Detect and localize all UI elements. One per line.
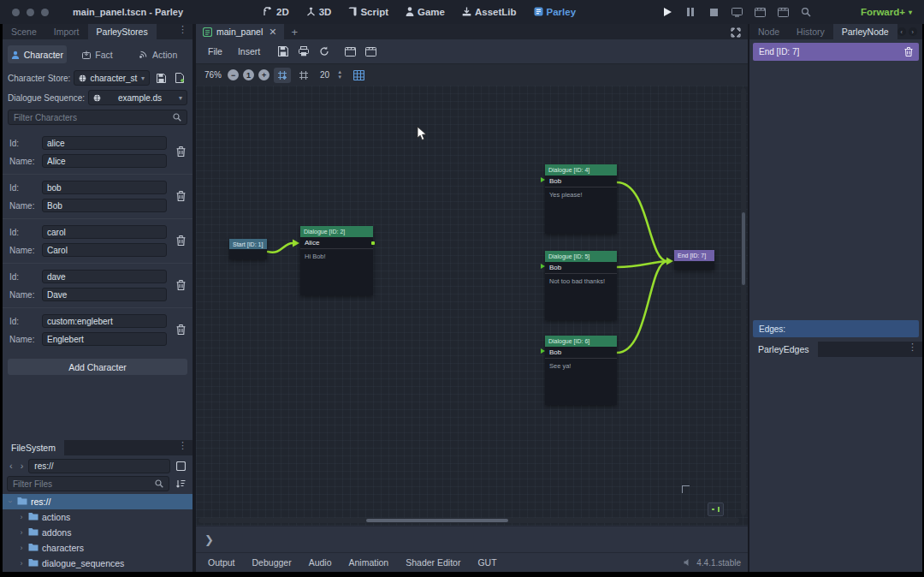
graph-node-start[interactable]: Start [ID: 1] <box>229 239 267 259</box>
bottom-tab-audio[interactable]: Audio <box>300 557 341 568</box>
character-name-input[interactable] <box>42 243 167 257</box>
expand-panel-icon[interactable] <box>731 26 741 37</box>
history-back-icon[interactable]: ‹ <box>7 461 15 471</box>
delete-node-icon[interactable] <box>904 47 913 57</box>
snap-toggle-icon[interactable] <box>274 68 291 83</box>
node-header[interactable]: Start [ID: 1] <box>229 239 267 249</box>
renderer-selector[interactable]: Forward+ ▾ <box>861 0 912 24</box>
grid-size-spinner[interactable]: ▲▼ <box>337 70 342 80</box>
context-button-script[interactable]: Script <box>341 3 395 21</box>
bottom-tab-shader-editor[interactable]: Shader Editor <box>397 557 469 568</box>
graph-node-dialogue-6[interactable]: Dialogue [ID: 6]BobSee ya! <box>545 336 617 405</box>
vertical-scrollbar[interactable] <box>741 88 746 515</box>
movie-maker-icon[interactable] <box>799 5 813 19</box>
tab-action[interactable]: Action <box>128 45 187 63</box>
character-name-input[interactable] <box>42 332 167 346</box>
graph-minimap[interactable] <box>708 503 724 516</box>
remote-window-icon[interactable] <box>730 5 743 19</box>
audio-mute-icon[interactable] <box>684 558 692 567</box>
tab-parleystores[interactable]: ParleyStores <box>88 24 157 39</box>
sort-icon[interactable] <box>173 476 188 491</box>
tab-fact[interactable]: Fact <box>68 45 127 63</box>
tab-main-panel[interactable]: main_panel ✕ <box>196 24 284 39</box>
bottom-tab-debugger[interactable]: Debugger <box>244 557 300 568</box>
tree-item-characters[interactable]: ›characters <box>3 540 192 556</box>
minimap-toggle-icon[interactable] <box>350 68 367 83</box>
horizontal-scrollbar[interactable] <box>198 518 739 523</box>
play-scene-icon[interactable] <box>753 5 767 19</box>
chevron-icon[interactable]: › <box>18 513 25 521</box>
dock-menu-icon[interactable]: ⋮ <box>173 24 192 39</box>
context-button-3d[interactable]: 3D <box>299 3 339 21</box>
test-dialogue-icon[interactable] <box>341 43 359 60</box>
tab-import[interactable]: Import <box>45 24 88 39</box>
edges-list-header[interactable]: Edges: <box>753 320 919 337</box>
chevron-icon[interactable]: › <box>18 544 25 552</box>
dialogue-graph-canvas[interactable]: Start [ID: 1]Dialogue [ID: 2]AliceHi Bob… <box>196 86 748 526</box>
grid-toggle-icon[interactable] <box>295 68 312 83</box>
chevron-icon[interactable]: › <box>18 528 25 537</box>
delete-character-icon[interactable] <box>176 278 186 294</box>
tab-parleynode[interactable]: ParleyNode <box>833 24 897 39</box>
node-header[interactable]: Dialogue [ID: 4] <box>545 164 617 175</box>
zoom-out-button[interactable]: − <box>228 69 239 80</box>
delete-character-icon[interactable] <box>176 323 186 338</box>
graph-node-dialogue-4[interactable]: Dialogue [ID: 4]BobYes please! <box>545 164 617 234</box>
chevron-icon[interactable]: › <box>6 498 15 505</box>
output-port[interactable] <box>371 241 375 245</box>
path-field[interactable]: res:// <box>28 459 170 473</box>
prev-tab-icon[interactable]: ‹ <box>897 27 906 36</box>
bottom-tab-output[interactable]: Output <box>199 557 244 568</box>
delete-character-icon[interactable] <box>176 189 186 205</box>
split-view-icon[interactable] <box>173 458 188 473</box>
save-store-icon[interactable] <box>153 70 169 86</box>
input-port[interactable] <box>541 348 545 354</box>
file-menu[interactable]: File <box>201 44 229 59</box>
character-id-input[interactable] <box>42 270 167 283</box>
input-port[interactable] <box>541 264 545 269</box>
expand-arrow-icon[interactable]: ❯ <box>196 533 214 546</box>
next-tab-icon[interactable]: › <box>909 27 917 36</box>
tree-item-res-[interactable]: ›res:// <box>3 494 192 509</box>
character-id-input[interactable] <box>42 225 167 239</box>
graph-node-dialogue-2[interactable]: Dialogue [ID: 2]AliceHi Bob! <box>300 226 373 295</box>
dock-menu-icon[interactable]: ⋮ <box>903 342 922 357</box>
save-icon[interactable] <box>274 43 293 60</box>
tab-parleyedges[interactable]: ParleyEdges <box>749 342 818 357</box>
tree-item-addons[interactable]: ›addons <box>3 525 192 540</box>
node-header[interactable]: End [ID: 7] <box>674 250 714 261</box>
delete-character-icon[interactable] <box>176 145 186 160</box>
grid-size-value[interactable]: 20 <box>317 70 333 80</box>
stop-button[interactable] <box>707 5 720 19</box>
dock-menu-icon[interactable]: ⋮ <box>173 440 192 455</box>
node-header[interactable]: Dialogue [ID: 5] <box>545 251 617 262</box>
refresh-icon[interactable] <box>315 43 334 60</box>
close-tab-icon[interactable]: ✕ <box>269 27 276 38</box>
tree-item-actions[interactable]: ›actions <box>3 509 192 525</box>
bottom-tab-animation[interactable]: Animation <box>341 557 398 568</box>
graph-node-end[interactable]: End [ID: 7] <box>674 250 714 270</box>
history-forward-icon[interactable]: › <box>18 461 27 471</box>
context-button-assetlib[interactable]: AssetLib <box>455 3 524 21</box>
bottom-tab-gut[interactable]: GUT <box>469 557 505 568</box>
selected-node-header[interactable]: End [ID: 7] <box>753 43 919 61</box>
add-tab-icon[interactable]: + <box>284 26 306 39</box>
play-custom-scene-icon[interactable] <box>776 5 790 19</box>
tab-node[interactable]: Node <box>749 24 788 39</box>
new-store-icon[interactable] <box>172 70 187 86</box>
add-character-button[interactable]: Add Character <box>8 359 187 375</box>
window-controls[interactable] <box>12 9 49 16</box>
zoom-in-button[interactable]: + <box>258 69 270 80</box>
tab-filesystem[interactable]: FileSystem <box>3 440 64 455</box>
node-header[interactable]: Dialogue [ID: 6] <box>545 336 617 347</box>
character-name-input[interactable] <box>42 199 167 212</box>
pause-button[interactable] <box>684 5 697 19</box>
chevron-icon[interactable]: › <box>18 559 25 568</box>
character-id-input[interactable] <box>42 181 167 194</box>
filter-files-input[interactable] <box>13 479 155 489</box>
context-button-parley[interactable]: Parley <box>527 3 583 21</box>
tab-scene[interactable]: Scene <box>3 24 45 39</box>
dialogue-sequence-dropdown[interactable]: example.ds ▾ <box>88 90 187 105</box>
tree-item-dialogue-sequences[interactable]: ›dialogue_sequences <box>3 556 192 571</box>
insert-menu[interactable]: Insert <box>231 44 267 59</box>
